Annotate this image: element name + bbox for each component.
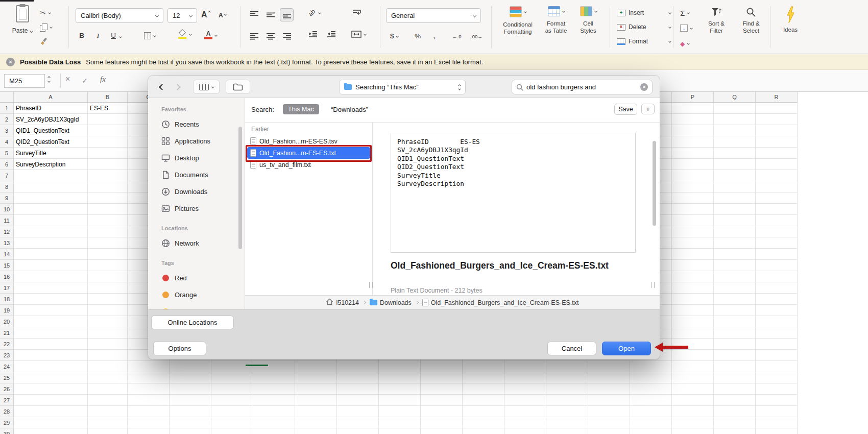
cell-J27[interactable]	[421, 395, 463, 406]
cell-A6[interactable]: SurveyDescription	[14, 159, 88, 170]
cell-O28[interactable]	[630, 406, 672, 417]
cell-R22[interactable]	[756, 339, 798, 350]
cell-P21[interactable]	[672, 327, 714, 339]
cell-A17[interactable]	[14, 282, 88, 294]
column-header-Q[interactable]: Q	[714, 92, 756, 103]
cell-B11[interactable]	[88, 215, 128, 226]
sidebar-item-yellow[interactable]: Yellow	[148, 303, 245, 309]
cell-R16[interactable]	[756, 271, 798, 282]
cell-K24[interactable]	[463, 361, 504, 372]
cell-D28[interactable]	[170, 406, 211, 417]
cell-P4[interactable]	[672, 136, 714, 148]
fill-color-button[interactable]	[178, 30, 191, 39]
font-size-select[interactable]: 12	[167, 8, 197, 23]
cell-D30[interactable]	[170, 428, 211, 434]
cell-J30[interactable]	[421, 428, 463, 434]
cell-J25[interactable]	[421, 372, 463, 383]
cell-Q2[interactable]	[714, 114, 756, 125]
decrease-font-size-button[interactable]: A	[219, 12, 226, 19]
cell-N30[interactable]	[588, 428, 630, 434]
cell-C25[interactable]	[128, 372, 170, 383]
increase-decimal-button[interactable]: ←.0	[452, 34, 461, 39]
cell-Q11[interactable]	[714, 215, 756, 226]
column-header-A[interactable]: A	[14, 92, 88, 103]
clear-button[interactable]	[680, 39, 689, 48]
cell-R25[interactable]	[756, 372, 798, 383]
cell-K29[interactable]	[463, 417, 504, 428]
delete-button[interactable]: Delete	[617, 23, 671, 31]
row-header-14[interactable]: 14	[0, 249, 14, 260]
cell-A27[interactable]	[14, 395, 88, 406]
cell-N26[interactable]	[588, 383, 630, 395]
cell-Q30[interactable]	[714, 428, 756, 434]
cell-Q3[interactable]	[714, 125, 756, 136]
row-header-7[interactable]: 7	[0, 170, 14, 181]
sidebar-scrollbar[interactable]	[238, 127, 242, 249]
path-item-3[interactable]: Old_Fashioned_Burgers_and_Ice_Cream-ES-E…	[422, 299, 579, 306]
cell-H24[interactable]	[337, 361, 379, 372]
cell-R11[interactable]	[756, 215, 798, 226]
cell-P20[interactable]	[672, 316, 714, 327]
cell-L26[interactable]	[504, 383, 546, 395]
cell-Q18[interactable]	[714, 294, 756, 305]
cell-Q24[interactable]	[714, 361, 756, 372]
cell-Q21[interactable]	[714, 327, 756, 339]
cell-R13[interactable]	[756, 237, 798, 249]
column-header-P[interactable]: P	[672, 92, 714, 103]
cell-O26[interactable]	[630, 383, 672, 395]
cell-R19[interactable]	[756, 305, 798, 316]
cell-K25[interactable]	[463, 372, 504, 383]
cell-B3[interactable]	[88, 125, 128, 136]
cell-E29[interactable]	[211, 417, 253, 428]
column-header-B[interactable]: B	[88, 92, 128, 103]
cell-G26[interactable]	[295, 383, 337, 395]
format-button[interactable]: Format	[617, 38, 671, 45]
paste-button[interactable]: Paste	[8, 5, 37, 34]
align-bottom-button[interactable]	[280, 8, 294, 21]
cell-R24[interactable]	[756, 361, 798, 372]
sidebar-item-documents[interactable]: Documents	[148, 166, 245, 183]
cell-J29[interactable]	[421, 417, 463, 428]
sidebar-item-network[interactable]: Network	[148, 235, 245, 252]
cell-Q22[interactable]	[714, 339, 756, 350]
merge-center-button[interactable]	[351, 31, 366, 38]
cell-P2[interactable]	[672, 114, 714, 125]
cell-L30[interactable]	[504, 428, 546, 434]
cell-B10[interactable]	[88, 204, 128, 215]
row-header-12[interactable]: 12	[0, 226, 14, 237]
cell-B20[interactable]	[88, 316, 128, 327]
cancel-button[interactable]: Cancel	[547, 342, 596, 355]
cell-Q23[interactable]	[714, 350, 756, 361]
cell-styles-button[interactable]: CellStyles	[574, 6, 602, 34]
cell-C26[interactable]	[128, 383, 170, 395]
cell-G25[interactable]	[295, 372, 337, 383]
font-name-select[interactable]: Calibri (Body)	[76, 8, 163, 23]
cell-A23[interactable]	[14, 350, 88, 361]
row-header-15[interactable]: 15	[0, 260, 14, 271]
name-box[interactable]: M25	[4, 74, 45, 88]
cell-P8[interactable]	[672, 181, 714, 192]
view-options-button[interactable]	[193, 80, 220, 94]
cell-A9[interactable]	[14, 192, 88, 204]
cell-R12[interactable]	[756, 226, 798, 237]
cell-A30[interactable]	[14, 428, 88, 434]
sidebar-item-red[interactable]: Red	[148, 270, 245, 286]
borders-button[interactable]	[144, 32, 156, 39]
decrease-indent-button[interactable]	[308, 31, 318, 40]
open-button[interactable]: Open	[602, 342, 651, 355]
cell-R1[interactable]	[756, 103, 798, 114]
align-center-button[interactable]	[263, 30, 277, 43]
cell-O29[interactable]	[630, 417, 672, 428]
row-header-5[interactable]: 5	[0, 148, 14, 159]
cell-R20[interactable]	[756, 316, 798, 327]
cell-Q26[interactable]	[714, 383, 756, 395]
cell-A1[interactable]: PhraseID	[14, 103, 88, 114]
cell-I25[interactable]	[379, 372, 421, 383]
cell-L29[interactable]	[504, 417, 546, 428]
decrease-decimal-button[interactable]: .00→	[471, 34, 483, 39]
cell-M26[interactable]	[546, 383, 588, 395]
cell-A18[interactable]	[14, 294, 88, 305]
cell-A20[interactable]	[14, 316, 88, 327]
cell-L28[interactable]	[504, 406, 546, 417]
cell-C27[interactable]	[128, 395, 170, 406]
